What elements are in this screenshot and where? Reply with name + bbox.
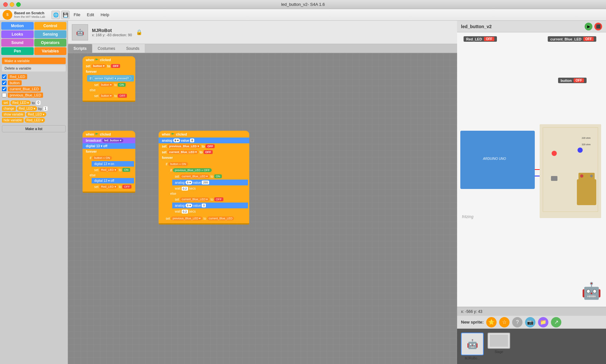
variable-buttons: Make a variable Delete a variable <box>0 56 68 73</box>
var-check-red-led[interactable] <box>2 74 6 79</box>
analog-val-0: 0 <box>190 138 194 142</box>
var-prev-blue-2: previous_Blue_LED ▾ <box>171 216 202 220</box>
category-sound[interactable]: Sound <box>1 39 34 47</box>
analog-9-255: analog 9 ▾ value 255 <box>172 180 248 185</box>
button-condition-1: button = ON <box>92 156 112 160</box>
var-label-red-led: Red_LED <box>8 74 27 79</box>
var-curr-blue-2: current_Blue_LED ▾ <box>180 174 209 178</box>
menu-edit[interactable]: Edit <box>84 11 96 18</box>
var-display-red-led: Red_LED OFF <box>464 36 497 42</box>
wait-02-2: wait 0.2 secs <box>172 209 248 214</box>
right-panel: led_button_v2 ▶ ⬛ Red_LED OFF current_Bl… <box>457 21 606 364</box>
var-check-button[interactable] <box>2 81 6 85</box>
tab-scripts[interactable]: Scripts <box>68 44 92 53</box>
delete-variable-button[interactable]: Delete a variable <box>2 65 66 72</box>
set-prev-blue-off: set previous_Blue_LED ▾ to OFF <box>159 143 249 149</box>
val-on-1: ON <box>118 83 126 87</box>
analog-9-0: analog 9 ▾ value 0 <box>159 138 249 143</box>
var-prev-blue-1: previous_Blue_LED ▾ <box>167 144 201 148</box>
tab-costumes[interactable]: Costumes <box>92 44 121 53</box>
make-list-button[interactable]: Make a list <box>2 125 66 132</box>
var-red-led-1: Red_LED ▾ <box>99 168 118 172</box>
set-curr-blue-off-2: set current_Blue_LED ▾ to OFF <box>172 196 248 202</box>
var-button-1: button ▾ <box>91 64 106 68</box>
traffic-lights <box>3 2 21 7</box>
menu-help[interactable]: Help <box>98 11 112 18</box>
script-2: when clicked broadcast led_button ▾ digi… <box>83 131 135 193</box>
menu-file[interactable]: File <box>71 11 83 18</box>
flag-icon-1 <box>95 59 99 62</box>
analog-num-1: 9 ▾ <box>173 138 180 142</box>
analog-val-0-2: 0 <box>202 204 206 207</box>
var-check-previous-blue-led[interactable] <box>2 93 6 97</box>
red-led <box>552 151 557 156</box>
set-button-on: set button ▾ to ON <box>92 82 134 88</box>
category-control[interactable]: Control <box>34 22 67 30</box>
broadcast-block: broadcast led_button ▾ <box>83 138 135 143</box>
upload-sprite-button[interactable]: ↗ <box>551 317 561 327</box>
forever-block-3: forever <box>159 155 249 160</box>
menu-bar: S Based on Scratch from the MIT Media La… <box>0 9 606 21</box>
val-curr-blue: current_Blue_LED <box>207 216 234 220</box>
var-check-current-blue-led[interactable] <box>2 87 6 91</box>
set-button-off-2: set button ▾ to OFF <box>92 93 134 99</box>
if-button-on-block: if button = ON <box>87 155 134 161</box>
robot-emoji: 🤖 <box>581 281 601 300</box>
variable-list: Red_LED button current_Blue_LED previous… <box>0 73 68 99</box>
globe-icon[interactable]: 🌐 <box>51 11 60 19</box>
file-sprite-button[interactable]: 📁 <box>538 317 548 327</box>
main-area: Motion Control Looks Sensing Sound Opera… <box>0 21 606 364</box>
block-var-red-led4: Red_LED ▾ <box>25 118 45 123</box>
forever-bottom-3 <box>159 223 249 225</box>
close-button[interactable] <box>3 2 8 7</box>
val-off-2: OFF <box>118 94 127 98</box>
val-off-4: OFF <box>206 144 215 148</box>
button-condition-2: button = ON <box>168 162 188 166</box>
make-variable-button[interactable]: Make a variable <box>2 58 66 64</box>
camera-sprite-button[interactable]: 📷 <box>525 317 535 327</box>
val-on-3: ON <box>214 174 222 178</box>
var-label-button: button <box>8 80 22 85</box>
var-item-button: button <box>2 80 66 85</box>
block-hide-red-led[interactable]: hide variable Red_LED ▾ <box>2 118 66 123</box>
sprite-item-stage[interactable]: Stage <box>488 333 510 354</box>
green-flag-button[interactable]: ▶ <box>585 23 592 30</box>
red-led-value: OFF <box>484 37 494 41</box>
category-variables[interactable]: Variables <box>34 47 67 55</box>
block-change: change <box>2 106 16 111</box>
lock-icon: 🔒 <box>136 29 142 35</box>
category-operators[interactable]: Operators <box>34 39 67 47</box>
analog-num-2: 9 ▾ <box>185 181 192 184</box>
category-sensing[interactable]: Sensing <box>34 30 67 38</box>
category-motion[interactable]: Motion <box>1 22 34 30</box>
var-label-current-blue-led: current_Blue_LED <box>8 86 41 92</box>
sensor-condition: sensor Digital2 ▾ pressed? <box>92 76 131 81</box>
hat-block-2: when clicked <box>83 131 135 138</box>
wait-val-2: 0.2 <box>182 210 188 214</box>
block-hide: hide variable <box>2 118 24 123</box>
block-set-red-led[interactable]: set Red_LED ▾ to 0 <box>2 100 66 105</box>
var-item-red-led: Red_LED <box>2 74 66 79</box>
logo-text: Based on Scratch from the MIT Media Lab <box>14 11 45 18</box>
val-off-1: OFF <box>111 64 120 68</box>
block-change-red-led[interactable]: change Red_LED ▾ by 1 <box>2 106 66 111</box>
sprite-item-mjrobot[interactable]: 🤖 MJRoBo... <box>461 333 484 360</box>
random-sprite-button[interactable]: ? <box>512 317 522 327</box>
prev-blue-condition: previous_Blue_LED = OFF <box>173 168 212 172</box>
stop-button[interactable]: ⬛ <box>594 23 602 30</box>
block-show-red-led[interactable]: show variable Red_LED ▾ <box>2 112 66 117</box>
new-sprite-label: New sprite: <box>461 320 484 325</box>
block-list: set Red_LED ▾ to 0 change Red_LED ▾ by 1… <box>0 99 68 124</box>
category-looks[interactable]: Looks <box>1 30 34 38</box>
sprite-thumb-stage <box>488 333 510 349</box>
category-pen[interactable]: Pen <box>1 47 34 55</box>
minimize-button[interactable] <box>10 2 14 7</box>
stamp-sprite-button[interactable]: ☆ <box>499 317 510 327</box>
paint-sprite-button[interactable]: ⭐ <box>486 317 497 327</box>
wait-02-1: wait 0.2 secs <box>172 186 248 191</box>
tab-sounds[interactable]: Sounds <box>121 44 145 53</box>
val-on-2: ON <box>122 168 130 172</box>
maximize-button[interactable] <box>16 2 21 7</box>
save-icon[interactable]: 💾 <box>61 11 70 19</box>
sprite-name-mjrobot: MJRoBo... <box>465 357 480 360</box>
